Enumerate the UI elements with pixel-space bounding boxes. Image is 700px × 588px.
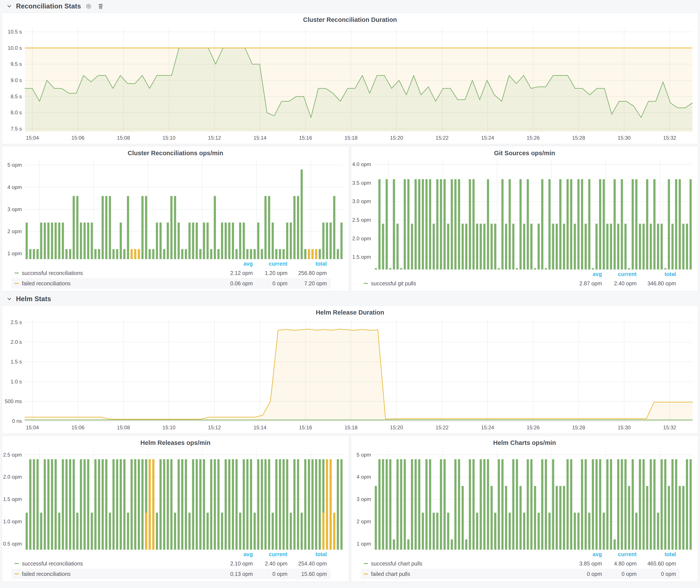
legend-total-value: 256.80 opm — [287, 270, 331, 276]
panel-title[interactable]: Cluster Reconciliation Duration — [2, 13, 698, 24]
x-tick-label: 15:22 — [435, 135, 448, 141]
chevron-down-icon[interactable] — [6, 3, 12, 9]
legend-col-avg[interactable]: avg — [567, 271, 602, 277]
x-tick-label: 15:10 — [163, 425, 176, 431]
y-tick-label: 1.0 s — [11, 379, 22, 385]
chart-canvas[interactable]: 0 ns500 ms1.0 s1.5 s2.0 s2.5 s15:0415:06… — [2, 317, 698, 434]
legend-series-label[interactable]: successful reconciliations — [22, 270, 83, 276]
x-tick-label: 15:30 — [618, 135, 631, 141]
legend-avg-value: 2.12 opm — [218, 270, 253, 276]
panel-cluster-reconciliation-duration: Cluster Reconciliation Duration 7.5 s8.0… — [2, 13, 698, 144]
legend-current-value: 0 opm — [602, 571, 637, 577]
y-tick-label: 9.5 s — [11, 61, 22, 67]
legend-avg-value: 0 opm — [567, 571, 602, 577]
legend-row: failed reconciliations0.06 opm0 opm7.20 … — [11, 278, 331, 289]
x-tick-label: 15:18 — [345, 425, 358, 431]
legend-col-total[interactable]: total — [287, 261, 331, 267]
legend-row: successful reconciliations2.10 opm2.40 o… — [11, 558, 331, 569]
series-color-dash-icon — [364, 563, 368, 564]
y-tick-label: 5 opm — [7, 162, 22, 168]
legend-row: successful reconciliations2.12 opm1.20 o… — [11, 268, 331, 278]
legend-series-label[interactable]: failed chart pulls — [371, 571, 410, 577]
y-tick-label: 10.5 s — [8, 29, 22, 35]
x-tick-label: 15:10 — [163, 135, 176, 141]
legend-col-current[interactable]: current — [602, 551, 637, 557]
legend-total-value: 7.20 opm — [287, 280, 331, 287]
y-tick-label: 2 opm — [7, 228, 22, 234]
y-tick-label: 2.5 s — [11, 319, 22, 325]
dashboard: Reconciliation Stats Cluster Reconciliat… — [0, 0, 700, 588]
gear-icon[interactable] — [85, 3, 92, 10]
legend-total-value: 254.40 opm — [287, 561, 331, 567]
legend-col-current[interactable]: current — [253, 261, 287, 267]
legend-row: successful chart pulls3.85 opm4.80 opm46… — [361, 558, 680, 569]
y-tick-label: 2.0 opm — [352, 236, 371, 242]
panel-title[interactable]: Helm Releases ops/min — [2, 436, 349, 447]
chart-canvas[interactable]: 0 opm0.5 opm1.0 opm1.5 opm2.0 opm2.5 opm… — [2, 447, 349, 550]
section-header-helm-stats[interactable]: Helm Stats — [2, 293, 698, 305]
x-tick-label: 15:14 — [253, 425, 266, 431]
section-header-reconciliation-stats[interactable]: Reconciliation Stats — [2, 0, 698, 13]
x-tick-label: 15:08 — [117, 425, 130, 431]
legend-avg-value: 0.06 opm — [218, 280, 253, 287]
y-tick-label: 1 opm — [356, 541, 371, 547]
panel-title[interactable]: Git Sources ops/min — [351, 146, 698, 158]
x-tick-label: 15:04 — [26, 425, 39, 431]
y-tick-label: 4.0 opm — [352, 161, 371, 167]
legend-col-avg[interactable]: avg — [218, 551, 253, 557]
legend-current-value: 0 opm — [253, 280, 287, 287]
chart-canvas[interactable]: 0 opm1 opm2 opm3 opm4 opm5 opm15:0515:10… — [2, 158, 349, 259]
section-title[interactable]: Reconciliation Stats — [16, 2, 81, 10]
y-tick-label: 0 ns — [12, 418, 22, 424]
y-tick-label: 1.5 opm — [3, 496, 22, 502]
chart-canvas[interactable]: 1.0 opm1.5 opm2.0 opm2.5 opm3.0 opm3.5 o… — [351, 158, 698, 270]
x-tick-label: 15:32 — [663, 425, 676, 431]
y-tick-label: 2.5 opm — [352, 217, 371, 223]
y-tick-label: 4 opm — [356, 474, 371, 480]
y-tick-label: 2 opm — [356, 519, 371, 525]
legend-series-label[interactable]: failed reconciliations — [22, 571, 71, 577]
section-title[interactable]: Helm Stats — [16, 295, 51, 303]
legend-col-avg[interactable]: avg — [218, 261, 253, 267]
legend-current-value: 2.40 opm — [602, 280, 637, 287]
series-color-dash-icon — [15, 273, 19, 273]
x-tick-label: 15:26 — [527, 425, 540, 431]
legend-col-avg[interactable]: avg — [567, 551, 602, 557]
x-tick-label: 15:24 — [481, 135, 494, 141]
x-tick-label: 15:12 — [208, 135, 221, 141]
x-tick-label: 15:28 — [572, 425, 585, 431]
x-tick-label: 15:20 — [390, 135, 403, 141]
trash-icon[interactable] — [97, 3, 104, 10]
x-tick-label: 15:18 — [345, 135, 358, 141]
legend-row: failed reconciliations0.13 opm0 opm15.60… — [11, 569, 331, 579]
chart-canvas[interactable]: 7.5 s8.0 s8.5 s9.0 s9.5 s10.0 s10.5 s15:… — [2, 24, 698, 144]
panel-title[interactable]: Cluster Reconciliations ops/min — [2, 146, 349, 158]
legend-series-label[interactable]: successful git pulls — [371, 280, 416, 287]
chart-legend: avgcurrenttotalsuccessful git pulls2.87 … — [361, 270, 680, 289]
panel-cluster-reconciliations-opm: Cluster Reconciliations ops/min 0 opm1 o… — [2, 146, 349, 291]
x-tick-label: 15:16 — [299, 135, 312, 141]
x-tick-label: 15:22 — [435, 425, 448, 431]
legend-total-value: 465.60 opm — [637, 561, 680, 567]
y-tick-label: 1.5 opm — [352, 254, 371, 260]
legend-col-current[interactable]: current — [602, 271, 637, 277]
legend-col-total[interactable]: total — [637, 551, 680, 557]
legend-col-current[interactable]: current — [253, 551, 287, 557]
legend-series-label[interactable]: successful reconciliations — [22, 561, 83, 567]
y-tick-label: 2.5 opm — [3, 452, 22, 458]
y-tick-label: 3 opm — [7, 206, 22, 212]
legend-total-value: 346.80 opm — [637, 280, 680, 287]
chart-legend: avgcurrenttotalsuccessful chart pulls3.8… — [361, 550, 680, 579]
legend-col-total[interactable]: total — [287, 551, 331, 557]
legend-series-label[interactable]: failed reconciliations — [22, 280, 71, 287]
legend-row: failed chart pulls0 opm0 opm0 opm — [361, 569, 680, 579]
legend-series-label[interactable]: successful chart pulls — [371, 561, 423, 567]
legend-avg-value: 2.10 opm — [218, 561, 253, 567]
chart-legend: avgcurrenttotalsuccessful reconciliation… — [11, 260, 331, 289]
y-tick-label: 3.0 opm — [352, 198, 371, 204]
legend-col-total[interactable]: total — [637, 271, 680, 277]
chevron-down-icon[interactable] — [6, 296, 12, 302]
panel-title[interactable]: Helm Release Duration — [2, 305, 698, 317]
chart-canvas[interactable]: 0 opm1 opm2 opm3 opm4 opm5 opm15:0515:10… — [351, 447, 698, 550]
panel-title[interactable]: Helm Charts ops/min — [351, 436, 698, 447]
